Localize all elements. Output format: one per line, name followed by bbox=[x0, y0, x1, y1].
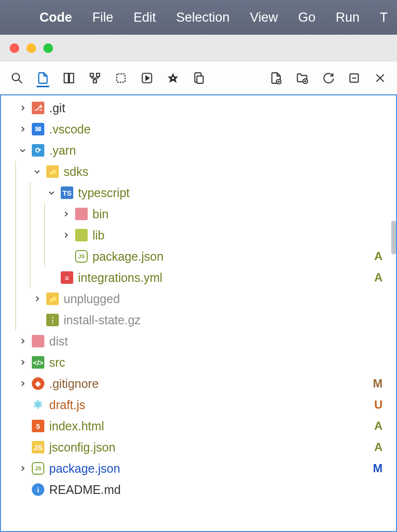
json-icon: JS bbox=[73, 250, 93, 263]
select-opened-file-icon[interactable] bbox=[115, 72, 127, 84]
svg-line-1 bbox=[18, 80, 22, 83]
svg-rect-12 bbox=[197, 76, 203, 83]
tree-item-label: .vscode bbox=[49, 122, 383, 136]
svg-point-11 bbox=[172, 77, 174, 79]
html-icon: 5 bbox=[30, 420, 49, 432]
chevron-right-icon[interactable] bbox=[15, 101, 30, 115]
svg-point-0 bbox=[12, 73, 19, 80]
menu-go[interactable]: Go bbox=[298, 10, 316, 25]
svg-rect-2 bbox=[64, 73, 68, 83]
tree-item-typescript[interactable]: TStypescript bbox=[1, 182, 396, 203]
bin-icon bbox=[73, 208, 93, 220]
tree-item-label: bin bbox=[93, 207, 383, 221]
tree-item-lib[interactable]: lib bbox=[1, 225, 396, 246]
svg-rect-3 bbox=[69, 73, 74, 83]
tree-item-bin[interactable]: bin bbox=[1, 203, 396, 225]
chevron-down-icon[interactable] bbox=[15, 143, 30, 158]
gz-icon: ⋮ bbox=[44, 314, 64, 326]
svg-rect-4 bbox=[90, 73, 93, 77]
svg-marker-9 bbox=[146, 76, 149, 80]
menu-selection[interactable]: Selection bbox=[176, 10, 230, 25]
tree-item-integrations-yml[interactable]: ≡integrations.ymlA bbox=[1, 267, 396, 288]
tree-item--vscode[interactable]: ✉.vscode bbox=[1, 119, 396, 140]
tree-item-label: sdks bbox=[64, 165, 383, 179]
window-zoom-button[interactable] bbox=[43, 43, 53, 53]
tree-item-install-state-gz[interactable]: ⋮install-state.gz bbox=[1, 309, 396, 331]
chevron-right-icon[interactable] bbox=[15, 376, 30, 391]
structure-icon[interactable] bbox=[63, 72, 75, 84]
tree-item-label: .git bbox=[49, 101, 383, 115]
tree-item-dist[interactable]: dist bbox=[1, 331, 396, 352]
tree-item-label: package.json bbox=[49, 462, 373, 476]
tree-item-unplugged[interactable]: 📁unplugged bbox=[1, 288, 396, 309]
tree-item-label: .gitignore bbox=[49, 377, 373, 391]
git-status-badge: A bbox=[374, 440, 383, 454]
tree-item-sdks[interactable]: 📁sdks bbox=[1, 161, 396, 182]
chevron-right-icon[interactable] bbox=[59, 228, 73, 242]
tree-item-src[interactable]: </>src bbox=[1, 352, 396, 373]
tree-item-label: lib bbox=[93, 228, 383, 242]
readme-icon: i bbox=[30, 483, 49, 496]
refresh-icon[interactable] bbox=[322, 72, 334, 84]
new-folder-icon[interactable] bbox=[296, 72, 308, 84]
git-status-badge: A bbox=[374, 250, 383, 263]
chevron-down-icon[interactable] bbox=[30, 164, 44, 179]
json-icon: JS bbox=[30, 462, 49, 475]
tree-item-label: src bbox=[49, 356, 383, 370]
menu-run[interactable]: Run bbox=[336, 10, 360, 25]
git-status-badge: U bbox=[374, 398, 383, 412]
git-status-badge: A bbox=[374, 419, 383, 433]
chevron-right-icon[interactable] bbox=[30, 292, 44, 306]
search-icon[interactable] bbox=[11, 72, 23, 84]
tree-item-readme-md[interactable]: iREADME.md bbox=[1, 479, 396, 500]
file-explorer[interactable]: ⎇.git✉.vscode⟳.yarn📁sdksTStypescript bin… bbox=[0, 94, 397, 532]
favorites-icon[interactable] bbox=[167, 72, 179, 84]
menu-app[interactable]: Code bbox=[40, 10, 72, 25]
tree-item-draft-js[interactable]: ⚛draft.jsU bbox=[1, 394, 396, 415]
svg-rect-6 bbox=[93, 80, 97, 83]
tree-item-jsconfig-json[interactable]: JSjsconfig.jsonA bbox=[1, 437, 396, 458]
chevron-right-icon[interactable] bbox=[15, 355, 30, 370]
src-icon: </> bbox=[30, 356, 49, 369]
copy-icon[interactable] bbox=[193, 72, 205, 84]
tree-item-package-json[interactable]: JSpackage.jsonM bbox=[1, 458, 396, 479]
jsconfig-icon: JS bbox=[30, 441, 49, 453]
tree-item--yarn[interactable]: ⟳.yarn bbox=[1, 140, 396, 161]
new-file-icon[interactable] bbox=[270, 72, 282, 84]
project-files-icon[interactable] bbox=[37, 75, 49, 87]
menu-edit[interactable]: Edit bbox=[133, 10, 156, 25]
project-toolbar bbox=[0, 62, 397, 94]
tree-item-label: README.md bbox=[49, 483, 383, 497]
tree-item-label: package.json bbox=[93, 250, 374, 264]
window-close-button[interactable] bbox=[10, 43, 19, 53]
tree-item-label: index.html bbox=[49, 419, 374, 433]
tree-item-label: .yarn bbox=[49, 144, 383, 158]
chevron-right-icon[interactable] bbox=[15, 461, 30, 476]
tree-item-label: jsconfig.json bbox=[49, 440, 374, 454]
chevron-down-icon[interactable] bbox=[44, 186, 59, 200]
tree-item-package-json[interactable]: JSpackage.jsonA bbox=[1, 246, 396, 267]
yarn-icon: ⟳ bbox=[30, 144, 49, 157]
chevron-right-icon[interactable] bbox=[15, 334, 30, 348]
chevron-right-icon[interactable] bbox=[59, 207, 73, 221]
window-minimize-button[interactable] bbox=[26, 43, 36, 53]
menu-view[interactable]: View bbox=[250, 10, 278, 25]
tree-item-label: integrations.yml bbox=[78, 271, 374, 285]
chevron-right-icon[interactable] bbox=[15, 122, 30, 136]
collapse-all-icon[interactable] bbox=[348, 72, 360, 84]
tree-item--git[interactable]: ⎇.git bbox=[1, 97, 396, 119]
macos-menubar: Code File Edit Selection View Go Run T bbox=[0, 0, 397, 35]
close-icon[interactable] bbox=[374, 72, 386, 84]
svg-rect-7 bbox=[117, 74, 125, 82]
tree-item-index-html[interactable]: 5index.htmlA bbox=[1, 415, 396, 437]
tree-item-label: dist bbox=[49, 334, 383, 348]
react-icon: ⚛ bbox=[30, 399, 49, 411]
run-icon[interactable] bbox=[141, 72, 153, 84]
tree-item-label: typescript bbox=[78, 186, 383, 200]
folder-y-icon: 📁 bbox=[44, 165, 64, 178]
class-hierarchy-icon[interactable] bbox=[89, 72, 101, 84]
tree-item--gitignore[interactable]: ◆.gitignoreM bbox=[1, 373, 396, 394]
svg-rect-5 bbox=[96, 73, 100, 77]
menu-file[interactable]: File bbox=[93, 10, 114, 25]
menu-truncated[interactable]: T bbox=[380, 10, 388, 25]
